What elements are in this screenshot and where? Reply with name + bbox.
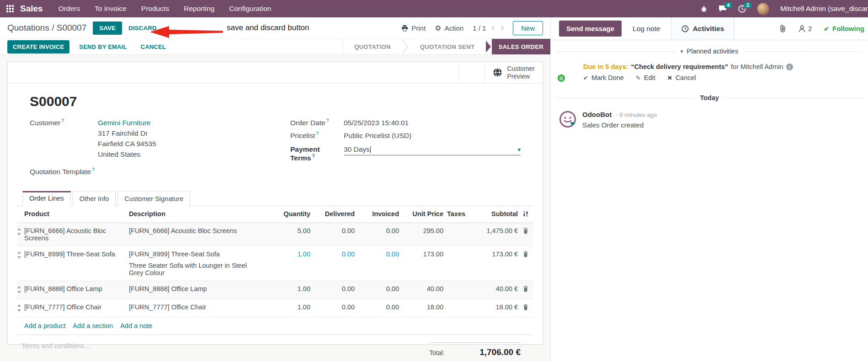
- col-delivered[interactable]: Delivered: [310, 210, 355, 218]
- edit-activity-button[interactable]: ✎Edit: [636, 74, 655, 81]
- cancel-activity-button[interactable]: ✖Cancel: [667, 74, 696, 81]
- debug-bug-icon[interactable]: [700, 5, 708, 12]
- col-taxes[interactable]: Taxes: [443, 210, 472, 218]
- following-button[interactable]: ✔ Following: [824, 25, 864, 32]
- message-author[interactable]: OdooBot: [582, 111, 612, 118]
- cell-product[interactable]: [FURN_7777] Office Chair: [24, 303, 129, 311]
- drag-handle-icon[interactable]: [17, 285, 24, 295]
- cell-unit-price[interactable]: 173.00: [399, 250, 443, 258]
- cell-description[interactable]: [FURN_8999] Three-Seat Sofa Three Seater…: [129, 250, 260, 276]
- delete-row-icon[interactable]: [523, 286, 528, 293]
- user-name[interactable]: Mitchell Admin (save_discar: [780, 5, 868, 13]
- menu-reporting[interactable]: Reporting: [184, 5, 214, 13]
- attachments-button[interactable]: [779, 24, 787, 33]
- cell-quantity[interactable]: 1.00: [260, 250, 310, 258]
- pager-next-icon[interactable]: ›: [501, 23, 504, 33]
- breadcrumb-current: S00007: [57, 23, 87, 32]
- add-a-note-link[interactable]: Add a note: [120, 322, 152, 329]
- col-quantity[interactable]: Quantity: [260, 210, 310, 218]
- cell-subtotal: 40.00 €: [472, 285, 518, 292]
- apps-grid-icon[interactable]: [6, 5, 14, 12]
- activities-button[interactable]: Activities: [671, 17, 735, 40]
- field-group: Customer? Gemini Furniture 317 Fairchild…: [8, 118, 543, 180]
- col-unit-price[interactable]: Unit Price: [399, 210, 443, 218]
- stage-quotation-sent[interactable]: QUOTATION SENT: [409, 39, 486, 54]
- col-description[interactable]: Description: [129, 210, 260, 218]
- cell-product[interactable]: [FURN_8888] Office Lamp: [24, 285, 129, 292]
- cell-unit-price[interactable]: 40.00: [399, 285, 443, 292]
- delete-row-icon[interactable]: [523, 228, 528, 235]
- planned-activities-toggle[interactable]: ▾ Planned activities: [681, 48, 738, 55]
- messages-icon[interactable]: 4: [719, 5, 727, 12]
- cell-delivered[interactable]: 0.00: [310, 303, 355, 311]
- breadcrumb-quotations[interactable]: Quotations: [7, 23, 49, 32]
- table-row[interactable]: [FURN_6666] Acoustic Bloc Screens [FURN_…: [17, 223, 533, 246]
- print-button[interactable]: Print: [401, 24, 426, 32]
- menu-orders[interactable]: Orders: [59, 5, 80, 13]
- cell-delivered[interactable]: 0.00: [310, 227, 355, 234]
- table-row[interactable]: [FURN_8888] Office Lamp [FURN_8888] Offi…: [17, 281, 533, 299]
- col-product[interactable]: Product: [24, 210, 129, 218]
- delete-row-icon[interactable]: [523, 304, 528, 312]
- cell-description[interactable]: [FURN_6666] Acoustic Bloc Screens: [129, 227, 260, 234]
- customer-preview-button[interactable]: Customer Preview: [485, 62, 543, 83]
- customer-field[interactable]: Gemini Furniture 317 Fairchild Dr Fairfi…: [98, 119, 156, 161]
- cell-invoiced[interactable]: 0.00: [355, 303, 399, 311]
- col-subtotal[interactable]: Subtotal: [472, 210, 518, 218]
- table-row[interactable]: [FURN_8999] Three-Seat Sofa [FURN_8999] …: [17, 246, 533, 281]
- info-icon[interactable]: i: [786, 64, 793, 70]
- cell-unit-price[interactable]: 295.00: [399, 227, 443, 234]
- customer-link[interactable]: Gemini Furniture: [98, 119, 156, 127]
- followers-button[interactable]: 2: [799, 25, 812, 32]
- cell-invoiced[interactable]: 0.00: [355, 227, 399, 234]
- log-note-button[interactable]: Log note: [633, 25, 660, 33]
- person-icon: [799, 25, 805, 32]
- cell-quantity[interactable]: 5.00: [260, 227, 310, 234]
- menu-to-invoice[interactable]: To Invoice: [95, 5, 127, 13]
- dropdown-caret-icon[interactable]: ▾: [517, 146, 521, 153]
- terms-and-conditions-placeholder[interactable]: Terms and conditions...: [17, 342, 90, 357]
- pricelist-field[interactable]: Public Pricelist (USD): [344, 132, 411, 140]
- optional-columns-icon[interactable]: [522, 211, 529, 218]
- new-button[interactable]: New: [513, 21, 543, 35]
- menu-configuration[interactable]: Configuration: [229, 5, 271, 13]
- cell-product[interactable]: [FURN_6666] Acoustic Bloc Screens: [24, 227, 129, 242]
- menu-products[interactable]: Products: [141, 5, 169, 13]
- tab-order-lines[interactable]: Order Lines: [22, 191, 71, 206]
- mark-done-button[interactable]: ✔Mark Done: [583, 74, 624, 81]
- cell-description[interactable]: [FURN_7777] Office Chair: [129, 303, 260, 311]
- payment-terms-field[interactable]: 30 Days ▾: [344, 145, 521, 155]
- delete-row-icon[interactable]: [523, 251, 528, 259]
- cell-unit-price[interactable]: 18.00: [399, 303, 443, 311]
- send-message-button[interactable]: Send message: [559, 21, 622, 37]
- add-a-product-link[interactable]: Add a product: [24, 322, 65, 329]
- save-button[interactable]: SAVE: [93, 21, 122, 35]
- pager-prev-icon[interactable]: ‹: [491, 23, 495, 33]
- stage-quotation[interactable]: QUOTATION: [343, 39, 402, 54]
- drag-handle-icon[interactable]: [17, 250, 24, 260]
- tab-customer-signature[interactable]: Customer Signature: [117, 191, 190, 206]
- user-avatar[interactable]: [757, 3, 769, 15]
- cancel-button[interactable]: CANCEL: [137, 40, 170, 53]
- tab-other-info[interactable]: Other Info: [73, 191, 116, 206]
- cell-delivered[interactable]: 0.00: [310, 285, 355, 292]
- cell-invoiced[interactable]: 0.00: [355, 250, 399, 258]
- send-by-email-button[interactable]: SEND BY EMAIL: [75, 40, 131, 53]
- app-name[interactable]: Sales: [20, 4, 43, 14]
- drag-handle-icon[interactable]: [17, 227, 24, 237]
- create-invoice-button[interactable]: CREATE INVOICE: [7, 40, 69, 53]
- activities-clock-icon[interactable]: 2: [738, 5, 746, 13]
- cell-quantity[interactable]: 1.00: [260, 285, 310, 292]
- cell-product[interactable]: [FURN_8999] Three-Seat Sofa: [24, 250, 129, 258]
- action-button[interactable]: ⚙ Action: [435, 24, 463, 32]
- cell-quantity[interactable]: 1.00: [260, 303, 310, 311]
- add-a-section-link[interactable]: Add a section: [73, 322, 113, 329]
- drag-handle-icon[interactable]: [17, 303, 24, 313]
- stage-sales-order[interactable]: SALES ORDER: [492, 39, 550, 54]
- order-date-field[interactable]: 05/25/2023 15:40:01: [344, 119, 409, 127]
- cell-description[interactable]: [FURN_8888] Office Lamp: [129, 285, 260, 292]
- cell-delivered[interactable]: 0.00: [310, 250, 355, 258]
- col-invoiced[interactable]: Invoiced: [355, 210, 399, 218]
- cell-invoiced[interactable]: 0.00: [355, 285, 399, 292]
- table-row[interactable]: [FURN_7777] Office Chair [FURN_7777] Off…: [17, 299, 533, 318]
